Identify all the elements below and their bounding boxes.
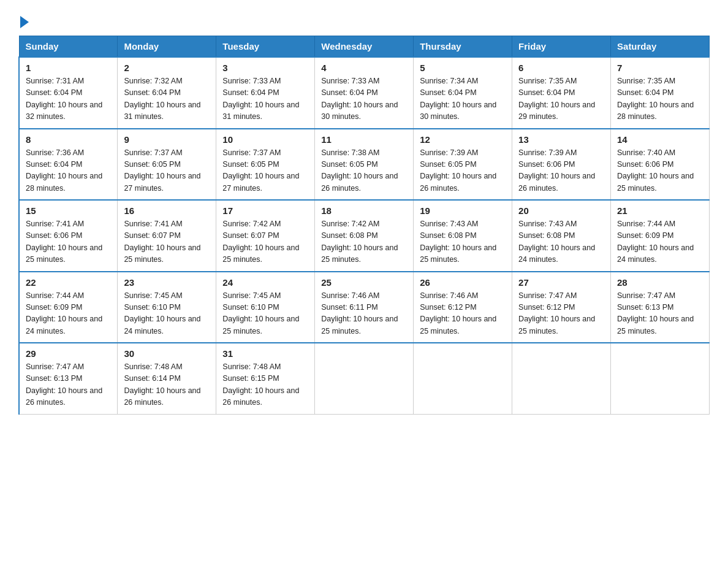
- calendar-cell: [611, 343, 710, 414]
- day-info: Sunrise: 7:41 AMSunset: 6:07 PMDaylight:…: [124, 220, 200, 264]
- day-info: Sunrise: 7:37 AMSunset: 6:05 PMDaylight:…: [222, 148, 299, 193]
- day-info: Sunrise: 7:41 AMSunset: 6:06 PMDaylight:…: [26, 220, 102, 264]
- calendar-cell: 28 Sunrise: 7:47 AMSunset: 6:13 PMDaylig…: [611, 272, 710, 343]
- day-info: Sunrise: 7:34 AMSunset: 6:04 PMDaylight:…: [420, 77, 496, 121]
- weekday-header-sunday: Sunday: [19, 36, 118, 58]
- calendar-cell: 5 Sunrise: 7:34 AMSunset: 6:04 PMDayligh…: [414, 57, 512, 129]
- weekday-header-tuesday: Tuesday: [216, 36, 315, 58]
- day-number: 4: [321, 63, 407, 73]
- day-number: 11: [321, 134, 407, 145]
- calendar-cell: 30 Sunrise: 7:48 AMSunset: 6:14 PMDaylig…: [118, 343, 216, 414]
- day-number: 7: [617, 63, 703, 73]
- day-number: 30: [124, 348, 210, 359]
- calendar-cell: 20 Sunrise: 7:43 AMSunset: 6:08 PMDaylig…: [512, 200, 611, 272]
- calendar-cell: 10 Sunrise: 7:37 AMSunset: 6:05 PMDaylig…: [216, 129, 315, 201]
- day-info: Sunrise: 7:43 AMSunset: 6:08 PMDaylight:…: [518, 220, 595, 264]
- calendar-cell: [512, 343, 611, 414]
- day-number: 8: [26, 134, 111, 145]
- calendar-cell: 8 Sunrise: 7:36 AMSunset: 6:04 PMDayligh…: [19, 129, 118, 201]
- day-number: 27: [518, 277, 604, 288]
- day-info: Sunrise: 7:42 AMSunset: 6:07 PMDaylight:…: [222, 220, 299, 264]
- day-number: 3: [222, 63, 308, 73]
- calendar-cell: 12 Sunrise: 7:39 AMSunset: 6:05 PMDaylig…: [414, 129, 512, 201]
- day-info: Sunrise: 7:47 AMSunset: 6:12 PMDaylight:…: [518, 291, 595, 335]
- day-info: Sunrise: 7:43 AMSunset: 6:08 PMDaylight:…: [420, 220, 496, 264]
- day-info: Sunrise: 7:33 AMSunset: 6:04 PMDaylight:…: [222, 77, 299, 121]
- page-header: [18, 15, 710, 25]
- day-info: Sunrise: 7:35 AMSunset: 6:04 PMDaylight:…: [617, 77, 694, 121]
- day-info: Sunrise: 7:48 AMSunset: 6:14 PMDaylight:…: [124, 362, 200, 407]
- day-info: Sunrise: 7:36 AMSunset: 6:04 PMDaylight:…: [26, 148, 102, 193]
- day-number: 21: [617, 205, 703, 216]
- day-number: 9: [124, 134, 210, 145]
- calendar-cell: 13 Sunrise: 7:39 AMSunset: 6:06 PMDaylig…: [512, 129, 611, 201]
- calendar-table: SundayMondayTuesdayWednesdayThursdayFrid…: [18, 36, 710, 415]
- day-info: Sunrise: 7:31 AMSunset: 6:04 PMDaylight:…: [26, 77, 102, 121]
- calendar-cell: 27 Sunrise: 7:47 AMSunset: 6:12 PMDaylig…: [512, 272, 611, 343]
- day-number: 23: [124, 277, 210, 288]
- day-info: Sunrise: 7:39 AMSunset: 6:05 PMDaylight:…: [420, 148, 496, 193]
- day-number: 18: [321, 205, 407, 216]
- day-info: Sunrise: 7:39 AMSunset: 6:06 PMDaylight:…: [518, 148, 595, 193]
- day-info: Sunrise: 7:37 AMSunset: 6:05 PMDaylight:…: [124, 148, 200, 193]
- calendar-cell: [315, 343, 414, 414]
- day-info: Sunrise: 7:47 AMSunset: 6:13 PMDaylight:…: [617, 291, 694, 335]
- day-info: Sunrise: 7:46 AMSunset: 6:12 PMDaylight:…: [420, 291, 496, 335]
- day-number: 17: [222, 205, 308, 216]
- day-info: Sunrise: 7:32 AMSunset: 6:04 PMDaylight:…: [124, 77, 200, 121]
- weekday-header-wednesday: Wednesday: [315, 36, 414, 58]
- weekday-header-monday: Monday: [118, 36, 216, 58]
- calendar-cell: [414, 343, 512, 414]
- calendar-cell: 2 Sunrise: 7:32 AMSunset: 6:04 PMDayligh…: [118, 57, 216, 129]
- calendar-cell: 4 Sunrise: 7:33 AMSunset: 6:04 PMDayligh…: [315, 57, 414, 129]
- calendar-cell: 17 Sunrise: 7:42 AMSunset: 6:07 PMDaylig…: [216, 200, 315, 272]
- day-number: 16: [124, 205, 210, 216]
- calendar-cell: 24 Sunrise: 7:45 AMSunset: 6:10 PMDaylig…: [216, 272, 315, 343]
- day-info: Sunrise: 7:35 AMSunset: 6:04 PMDaylight:…: [518, 77, 595, 121]
- day-info: Sunrise: 7:47 AMSunset: 6:13 PMDaylight:…: [26, 362, 102, 407]
- calendar-cell: 25 Sunrise: 7:46 AMSunset: 6:11 PMDaylig…: [315, 272, 414, 343]
- day-info: Sunrise: 7:46 AMSunset: 6:11 PMDaylight:…: [321, 291, 398, 335]
- day-number: 15: [26, 205, 111, 216]
- day-info: Sunrise: 7:48 AMSunset: 6:15 PMDaylight:…: [222, 362, 299, 407]
- calendar-cell: 1 Sunrise: 7:31 AMSunset: 6:04 PMDayligh…: [19, 57, 118, 129]
- logo: [18, 15, 29, 25]
- day-info: Sunrise: 7:33 AMSunset: 6:04 PMDaylight:…: [321, 77, 398, 121]
- calendar-cell: 14 Sunrise: 7:40 AMSunset: 6:06 PMDaylig…: [611, 129, 710, 201]
- day-number: 25: [321, 277, 407, 288]
- calendar-cell: 18 Sunrise: 7:42 AMSunset: 6:08 PMDaylig…: [315, 200, 414, 272]
- day-number: 24: [222, 277, 308, 288]
- day-info: Sunrise: 7:44 AMSunset: 6:09 PMDaylight:…: [26, 291, 102, 335]
- day-number: 20: [518, 205, 604, 216]
- calendar-cell: 22 Sunrise: 7:44 AMSunset: 6:09 PMDaylig…: [19, 272, 118, 343]
- day-number: 29: [26, 348, 111, 359]
- day-number: 28: [617, 277, 703, 288]
- calendar-cell: 29 Sunrise: 7:47 AMSunset: 6:13 PMDaylig…: [19, 343, 118, 414]
- calendar-cell: 7 Sunrise: 7:35 AMSunset: 6:04 PMDayligh…: [611, 57, 710, 129]
- day-info: Sunrise: 7:38 AMSunset: 6:05 PMDaylight:…: [321, 148, 398, 193]
- logo-triangle-icon: [20, 16, 29, 28]
- day-info: Sunrise: 7:45 AMSunset: 6:10 PMDaylight:…: [124, 291, 200, 335]
- day-number: 5: [420, 63, 506, 73]
- day-number: 13: [518, 134, 604, 145]
- calendar-cell: 16 Sunrise: 7:41 AMSunset: 6:07 PMDaylig…: [118, 200, 216, 272]
- calendar-cell: 15 Sunrise: 7:41 AMSunset: 6:06 PMDaylig…: [19, 200, 118, 272]
- day-number: 31: [222, 348, 308, 359]
- calendar-cell: 26 Sunrise: 7:46 AMSunset: 6:12 PMDaylig…: [414, 272, 512, 343]
- day-number: 10: [222, 134, 308, 145]
- day-number: 14: [617, 134, 703, 145]
- calendar-cell: 11 Sunrise: 7:38 AMSunset: 6:05 PMDaylig…: [315, 129, 414, 201]
- day-info: Sunrise: 7:45 AMSunset: 6:10 PMDaylight:…: [222, 291, 299, 335]
- day-info: Sunrise: 7:40 AMSunset: 6:06 PMDaylight:…: [617, 148, 694, 193]
- calendar-cell: 31 Sunrise: 7:48 AMSunset: 6:15 PMDaylig…: [216, 343, 315, 414]
- day-number: 6: [518, 63, 604, 73]
- calendar-cell: 23 Sunrise: 7:45 AMSunset: 6:10 PMDaylig…: [118, 272, 216, 343]
- weekday-header-thursday: Thursday: [414, 36, 512, 58]
- day-number: 12: [420, 134, 506, 145]
- day-number: 19: [420, 205, 506, 216]
- weekday-header-friday: Friday: [512, 36, 611, 58]
- calendar-cell: 19 Sunrise: 7:43 AMSunset: 6:08 PMDaylig…: [414, 200, 512, 272]
- day-info: Sunrise: 7:42 AMSunset: 6:08 PMDaylight:…: [321, 220, 398, 264]
- calendar-cell: 21 Sunrise: 7:44 AMSunset: 6:09 PMDaylig…: [611, 200, 710, 272]
- day-number: 2: [124, 63, 210, 73]
